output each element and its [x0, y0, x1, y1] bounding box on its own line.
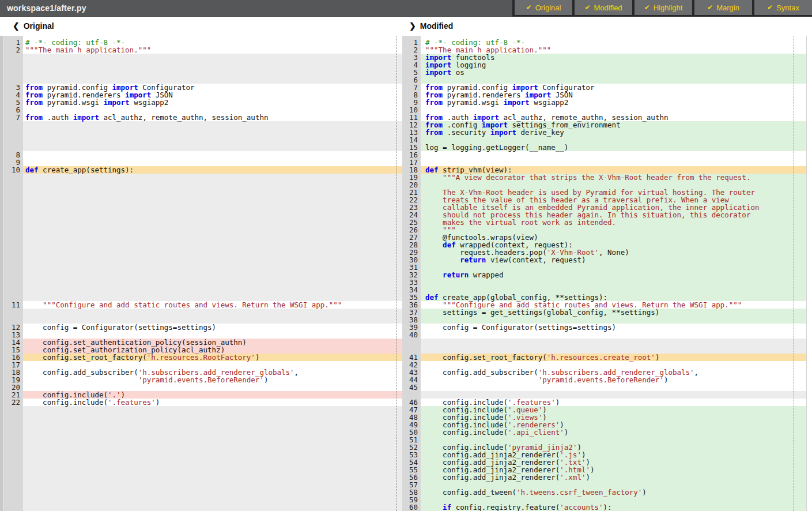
line-number — [4, 264, 23, 271]
line-number — [4, 189, 23, 196]
line-number — [4, 241, 23, 249]
toolbar-button-highlight[interactable]: ✔Highlight — [635, 0, 692, 15]
code-line: makes the virtual root work as intended. — [421, 219, 806, 226]
code-line: config.add_jinja2_renderer('.xml') — [421, 474, 806, 481]
toolbar: ✔Original✔Modified✔Highlight✔Margin✔Synt… — [512, 0, 812, 17]
code-line — [23, 264, 402, 271]
line-number — [4, 69, 23, 76]
chevron-left-icon: ❮ — [13, 21, 20, 31]
toolbar-button-label: Modified — [594, 3, 622, 12]
code-line: """The main h application.""" — [23, 46, 402, 54]
line-number — [402, 339, 421, 346]
toolbar-button-label: Highlight — [654, 3, 683, 12]
code-line: config = Configurator(settings=settings) — [23, 324, 402, 331]
check-icon: ✔ — [644, 3, 650, 12]
code-line: if config.registry.feature('accounts'): — [421, 504, 806, 511]
line-number: 5 — [4, 99, 23, 106]
line-number — [4, 144, 23, 151]
line-number — [4, 436, 23, 444]
code-line: config = Configurator(settings=settings) — [421, 324, 806, 331]
line-number: 7 — [4, 114, 23, 121]
pane-title-modified: Modified — [420, 21, 454, 31]
code-line: def create_app(settings): — [23, 166, 402, 174]
right-scrollbar-track — [806, 36, 812, 511]
code-line: """Configure and add static routes and v… — [23, 301, 402, 309]
code-line — [23, 136, 402, 144]
line-number — [4, 226, 23, 234]
toolbar-button-label: Original — [535, 3, 561, 12]
line-number: 2 — [402, 46, 421, 54]
line-number — [4, 489, 23, 496]
code-line — [23, 226, 402, 234]
line-number: 6 — [402, 76, 421, 84]
margin-guide-line — [794, 36, 794, 511]
line-number — [4, 211, 23, 219]
line-number: 8 — [4, 151, 23, 159]
line-number — [4, 286, 23, 294]
code-line: settings = get_settings(global_config, *… — [421, 309, 806, 316]
line-number: 4 — [4, 91, 23, 99]
line-number: 3 — [4, 84, 23, 91]
check-icon: ✔ — [584, 3, 590, 12]
code-line — [23, 121, 402, 129]
pane-header-band: ❮ Original ❯ Modified — [0, 17, 812, 36]
code-line — [23, 144, 402, 151]
code-line — [421, 339, 806, 346]
code-line — [23, 129, 402, 136]
toolbar-button-margin[interactable]: ✔Margin — [694, 0, 752, 15]
line-number: 45 — [402, 384, 421, 391]
code-line — [23, 496, 402, 504]
modified-code-pane: # -*- coding: utf-8 -*-"""The main h app… — [421, 36, 806, 511]
line-number: 8 — [402, 91, 421, 99]
line-number — [4, 504, 23, 511]
code-line: from .security import derive_key — [421, 129, 806, 136]
code-line — [23, 504, 402, 511]
line-number: 10 — [4, 166, 23, 174]
line-number: 2 — [4, 46, 23, 54]
code-line — [23, 54, 402, 61]
line-number — [4, 406, 23, 414]
code-line — [23, 466, 402, 474]
window-title: workspace1/after.py — [7, 3, 86, 13]
margin-guide-line — [396, 36, 397, 511]
check-icon: ✔ — [767, 3, 773, 12]
pane-header-original: ❮ Original — [13, 21, 54, 31]
left-edge-strip — [0, 36, 4, 511]
line-number: 11 — [4, 301, 23, 309]
code-line: from pyramid.wsgi import wsgiapp2 — [23, 99, 402, 106]
code-line — [23, 444, 402, 451]
toolbar-button-original[interactable]: ✔Original — [515, 0, 572, 15]
line-number: 5 — [402, 69, 421, 76]
line-number — [4, 451, 23, 459]
toolbar-button-syntax[interactable]: ✔Syntax — [754, 0, 812, 15]
code-line — [23, 69, 402, 76]
line-number — [4, 121, 23, 129]
line-number: 1 — [402, 39, 421, 46]
check-icon: ✔ — [526, 3, 532, 12]
code-line: import os — [421, 69, 806, 76]
line-number — [4, 204, 23, 211]
code-line: config.include('.features') — [23, 399, 402, 406]
code-line — [23, 421, 402, 429]
code-line — [421, 279, 806, 286]
code-line: return view(context, request) — [421, 256, 806, 264]
toolbar-button-modified[interactable]: ✔Modified — [575, 0, 632, 15]
code-line: log = logging.getLogger(__name__) — [421, 144, 806, 151]
code-line — [421, 331, 806, 339]
code-line — [23, 204, 402, 211]
line-number — [4, 234, 23, 241]
line-number: 6 — [4, 106, 23, 114]
line-number: 60 — [402, 504, 421, 511]
line-number: 40 — [402, 331, 421, 339]
line-number — [4, 421, 23, 429]
line-number — [4, 249, 23, 256]
line-number — [4, 414, 23, 421]
code-line — [23, 406, 402, 414]
line-number — [4, 61, 23, 69]
toolbar-button-label: Syntax — [776, 3, 799, 12]
code-line — [23, 436, 402, 444]
code-line: return wrapped — [421, 271, 806, 279]
line-number — [4, 474, 23, 481]
original-code-pane: # -*- coding: utf-8 -*-"""The main h app… — [23, 36, 402, 511]
line-number — [4, 181, 23, 189]
